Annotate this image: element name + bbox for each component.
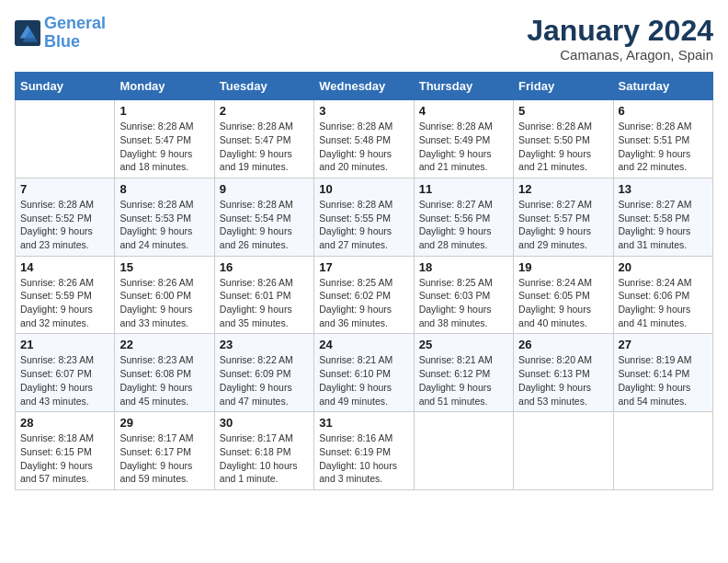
day-info: Sunrise: 8:28 AMSunset: 5:49 PMDaylight:…	[419, 120, 508, 174]
day-number: 3	[319, 104, 408, 118]
day-number: 31	[319, 416, 408, 430]
calendar-cell: 15Sunrise: 8:26 AMSunset: 6:00 PMDayligh…	[115, 256, 214, 334]
calendar-cell	[613, 412, 712, 490]
day-number: 25	[419, 338, 508, 351]
location-title: Camanas, Aragon, Spain	[527, 47, 713, 63]
calendar-cell: 22Sunrise: 8:23 AMSunset: 6:08 PMDayligh…	[115, 334, 214, 412]
day-info: Sunrise: 8:23 AMSunset: 6:08 PMDaylight:…	[119, 353, 209, 408]
calendar-cell: 26Sunrise: 8:20 AMSunset: 6:13 PMDayligh…	[514, 334, 613, 412]
day-number: 20	[619, 260, 708, 274]
day-info: Sunrise: 8:25 AMSunset: 6:03 PMDaylight:…	[419, 276, 508, 330]
day-number: 23	[220, 338, 309, 351]
day-number: 26	[518, 338, 608, 351]
logo: General Blue	[15, 15, 106, 52]
calendar-cell: 8Sunrise: 8:28 AMSunset: 5:53 PMDaylight…	[115, 178, 214, 256]
day-number: 15	[119, 260, 209, 274]
weekday-header-saturday: Saturday	[613, 73, 712, 100]
day-info: Sunrise: 8:26 AMSunset: 6:01 PMDaylight:…	[220, 276, 309, 330]
calendar-cell	[514, 412, 613, 490]
day-number: 6	[619, 104, 708, 118]
calendar-cell: 2Sunrise: 8:28 AMSunset: 5:47 PMDaylight…	[214, 100, 313, 178]
day-info: Sunrise: 8:27 AMSunset: 5:56 PMDaylight:…	[419, 198, 508, 252]
calendar-week-5: 28Sunrise: 8:18 AMSunset: 6:15 PMDayligh…	[16, 412, 713, 490]
calendar-cell: 13Sunrise: 8:27 AMSunset: 5:58 PMDayligh…	[613, 178, 712, 256]
calendar-cell: 21Sunrise: 8:23 AMSunset: 6:07 PMDayligh…	[16, 334, 115, 412]
day-number: 21	[20, 338, 109, 351]
logo-icon	[15, 20, 40, 46]
day-number: 11	[419, 182, 508, 196]
calendar-cell: 27Sunrise: 8:19 AMSunset: 6:14 PMDayligh…	[613, 334, 712, 412]
calendar-table: SundayMondayTuesdayWednesdayThursdayFrid…	[15, 72, 713, 490]
day-info: Sunrise: 8:28 AMSunset: 5:47 PMDaylight:…	[119, 120, 209, 174]
calendar-cell: 3Sunrise: 8:28 AMSunset: 5:48 PMDaylight…	[314, 100, 414, 178]
day-number: 14	[20, 260, 109, 274]
weekday-header-wednesday: Wednesday	[314, 73, 414, 100]
day-number: 19	[518, 260, 608, 274]
calendar-cell: 14Sunrise: 8:26 AMSunset: 5:59 PMDayligh…	[16, 256, 115, 334]
calendar-cell: 12Sunrise: 8:27 AMSunset: 5:57 PMDayligh…	[514, 178, 613, 256]
weekday-header-row: SundayMondayTuesdayWednesdayThursdayFrid…	[16, 73, 713, 100]
calendar-cell: 29Sunrise: 8:17 AMSunset: 6:17 PMDayligh…	[115, 412, 214, 490]
day-info: Sunrise: 8:20 AMSunset: 6:13 PMDaylight:…	[518, 353, 608, 408]
day-info: Sunrise: 8:28 AMSunset: 5:47 PMDaylight:…	[220, 120, 309, 174]
calendar-cell: 5Sunrise: 8:28 AMSunset: 5:50 PMDaylight…	[514, 100, 613, 178]
day-info: Sunrise: 8:28 AMSunset: 5:51 PMDaylight:…	[619, 120, 708, 174]
day-info: Sunrise: 8:23 AMSunset: 6:07 PMDaylight:…	[20, 353, 109, 408]
day-info: Sunrise: 8:21 AMSunset: 6:12 PMDaylight:…	[419, 353, 508, 408]
calendar-cell: 16Sunrise: 8:26 AMSunset: 6:01 PMDayligh…	[214, 256, 313, 334]
calendar-cell: 9Sunrise: 8:28 AMSunset: 5:54 PMDaylight…	[214, 178, 313, 256]
calendar-cell: 25Sunrise: 8:21 AMSunset: 6:12 PMDayligh…	[414, 334, 513, 412]
day-number: 30	[220, 416, 309, 430]
day-number: 17	[319, 260, 408, 274]
calendar-cell	[414, 412, 513, 490]
day-info: Sunrise: 8:25 AMSunset: 6:02 PMDaylight:…	[319, 276, 408, 330]
day-info: Sunrise: 8:24 AMSunset: 6:05 PMDaylight:…	[518, 276, 608, 330]
calendar-cell: 4Sunrise: 8:28 AMSunset: 5:49 PMDaylight…	[414, 100, 513, 178]
day-number: 8	[119, 182, 209, 196]
day-number: 2	[220, 104, 309, 118]
day-number: 7	[20, 182, 109, 196]
day-info: Sunrise: 8:28 AMSunset: 5:52 PMDaylight:…	[20, 198, 109, 252]
calendar-week-1: 1Sunrise: 8:28 AMSunset: 5:47 PMDaylight…	[16, 100, 713, 178]
calendar-cell: 11Sunrise: 8:27 AMSunset: 5:56 PMDayligh…	[414, 178, 513, 256]
day-number: 13	[619, 182, 708, 196]
day-info: Sunrise: 8:28 AMSunset: 5:54 PMDaylight:…	[220, 198, 309, 252]
day-number: 5	[518, 104, 608, 118]
day-info: Sunrise: 8:22 AMSunset: 6:09 PMDaylight:…	[220, 353, 309, 408]
day-info: Sunrise: 8:28 AMSunset: 5:50 PMDaylight:…	[518, 120, 608, 174]
month-title: January 2024	[527, 15, 713, 47]
calendar-cell: 10Sunrise: 8:28 AMSunset: 5:55 PMDayligh…	[314, 178, 414, 256]
weekday-header-sunday: Sunday	[16, 73, 115, 100]
day-info: Sunrise: 8:21 AMSunset: 6:10 PMDaylight:…	[319, 353, 408, 408]
calendar-week-4: 21Sunrise: 8:23 AMSunset: 6:07 PMDayligh…	[16, 334, 713, 412]
calendar-cell: 24Sunrise: 8:21 AMSunset: 6:10 PMDayligh…	[314, 334, 414, 412]
day-info: Sunrise: 8:26 AMSunset: 5:59 PMDaylight:…	[20, 276, 109, 330]
page-header: General Blue January 2024 Camanas, Arago…	[15, 15, 713, 63]
weekday-header-tuesday: Tuesday	[214, 73, 313, 100]
day-info: Sunrise: 8:27 AMSunset: 5:57 PMDaylight:…	[518, 198, 608, 252]
logo-text: General Blue	[44, 15, 106, 52]
day-number: 27	[619, 338, 708, 351]
calendar-cell: 28Sunrise: 8:18 AMSunset: 6:15 PMDayligh…	[16, 412, 115, 490]
calendar-cell: 31Sunrise: 8:16 AMSunset: 6:19 PMDayligh…	[314, 412, 414, 490]
day-number: 16	[220, 260, 309, 274]
calendar-cell: 30Sunrise: 8:17 AMSunset: 6:18 PMDayligh…	[214, 412, 313, 490]
day-number: 1	[119, 104, 209, 118]
day-info: Sunrise: 8:19 AMSunset: 6:14 PMDaylight:…	[619, 353, 708, 408]
day-number: 12	[518, 182, 608, 196]
day-number: 22	[119, 338, 209, 351]
day-info: Sunrise: 8:17 AMSunset: 6:18 PMDaylight:…	[220, 431, 309, 486]
day-info: Sunrise: 8:16 AMSunset: 6:19 PMDaylight:…	[319, 431, 408, 486]
day-info: Sunrise: 8:28 AMSunset: 5:48 PMDaylight:…	[319, 120, 408, 174]
weekday-header-thursday: Thursday	[414, 73, 513, 100]
calendar-cell: 20Sunrise: 8:24 AMSunset: 6:06 PMDayligh…	[613, 256, 712, 334]
calendar-cell: 19Sunrise: 8:24 AMSunset: 6:05 PMDayligh…	[514, 256, 613, 334]
weekday-header-friday: Friday	[514, 73, 613, 100]
day-info: Sunrise: 8:28 AMSunset: 5:55 PMDaylight:…	[319, 198, 408, 252]
calendar-cell: 6Sunrise: 8:28 AMSunset: 5:51 PMDaylight…	[613, 100, 712, 178]
day-number: 4	[419, 104, 508, 118]
calendar-cell	[16, 100, 115, 178]
calendar-cell: 17Sunrise: 8:25 AMSunset: 6:02 PMDayligh…	[314, 256, 414, 334]
day-number: 28	[20, 416, 109, 430]
day-number: 9	[220, 182, 309, 196]
